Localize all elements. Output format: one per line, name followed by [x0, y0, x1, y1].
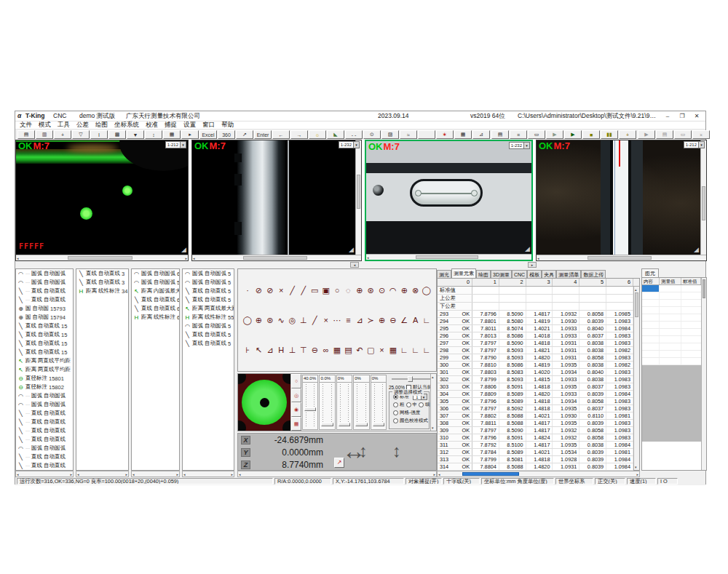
toolbar-button-wave[interactable]: ≈	[400, 130, 417, 139]
slider-thumb[interactable]	[304, 407, 316, 411]
element-row[interactable]	[642, 300, 706, 307]
splitter-collapse-button[interactable]: ▸	[528, 262, 537, 268]
tool-icon[interactable]: ∟	[399, 346, 409, 354]
toolbar-button-light[interactable]: ☼	[309, 130, 326, 139]
tool-icon[interactable]: ◠	[388, 286, 398, 295]
element-row[interactable]	[642, 314, 706, 322]
scroll-up-icon[interactable]: ▴	[432, 375, 434, 379]
list-item[interactable]: ╲直线自动直线15	[16, 339, 73, 348]
tool-icon[interactable]: ↶	[355, 346, 365, 354]
list-item[interactable]: ⊕圆自动圆15793	[16, 304, 73, 313]
tool-icon[interactable]: ⊘	[265, 286, 275, 295]
element-row[interactable]	[642, 336, 706, 343]
list-item[interactable]: H距离线性标注34	[76, 287, 128, 295]
toolbar-button-arrow-right[interactable]: →	[290, 130, 308, 139]
table-row[interactable]: 309OK7.87978.50901.48171.09320.80581.098…	[438, 427, 633, 434]
radio-color[interactable]	[393, 418, 398, 423]
tool-icon[interactable]: ◌	[343, 286, 353, 295]
scroll-down-icon[interactable]: ▾	[432, 426, 434, 430]
list-item[interactable]: ╲···直线自动直线	[16, 295, 73, 304]
toolbar-button-terrain[interactable]: ◣	[327, 130, 344, 139]
scroll-up-icon[interactable]: ▴	[635, 287, 637, 292]
light-slider[interactable]: 40.0%	[302, 375, 318, 430]
menu-item[interactable]: 坐标系统	[114, 121, 139, 129]
tool-icon[interactable]: ⊕	[253, 316, 264, 324]
menu-item[interactable]: 文件	[20, 121, 32, 129]
radio-medium[interactable]	[406, 402, 411, 407]
toolbar-button-excel-export[interactable]: Excel	[199, 130, 217, 139]
scroll-right-icon[interactable]: ▸	[185, 256, 187, 260]
toolbar-button-tools[interactable]: +	[619, 130, 636, 139]
camera-4-image[interactable]	[537, 140, 700, 255]
tool-icon[interactable]: ∠	[399, 316, 409, 324]
chevron-down-icon[interactable]: ▾	[698, 142, 704, 148]
list-item[interactable]: ╲直线自动直线3	[76, 278, 128, 287]
table-row[interactable]: 300OK7.88108.50861.48191.09350.80381.098…	[438, 362, 633, 369]
radio-standard[interactable]	[393, 394, 398, 399]
toolbar-button-probe[interactable]: ▽	[72, 130, 90, 139]
z-jog-icon[interactable]: ↕	[392, 437, 401, 466]
tool-icon[interactable]: ╱	[298, 286, 309, 295]
list-item[interactable]: ╲···直线自动直线	[16, 453, 73, 461]
list-item[interactable]: ╲···直线自动直线	[16, 461, 73, 470]
maximize-button[interactable]: ❐	[676, 111, 688, 121]
list-item[interactable]: ╲直线自动直线15	[16, 330, 73, 339]
list-item[interactable]: ◠圆弧自动圆弧5	[183, 278, 234, 287]
tool-icon[interactable]: ⊙	[377, 286, 387, 295]
list-item[interactable]: ↖距离两直线最大距	[183, 304, 234, 313]
list-item[interactable]: ↖距离内圆弧最大距	[132, 287, 179, 295]
scroll-left-icon[interactable]: ◂	[537, 256, 539, 260]
toolbar-button-autofocus[interactable]: ↕	[145, 130, 162, 139]
menu-item[interactable]: 校准	[146, 121, 158, 129]
toolbar-button-pointer[interactable]: ▸	[181, 130, 199, 139]
tool-icon[interactable]: ×	[377, 346, 387, 354]
tool-icon[interactable]: ∟	[422, 316, 432, 324]
list-item[interactable]: ╲直线自动直线5	[183, 339, 234, 348]
table-hscrollbar[interactable]: ◂ ▸	[437, 471, 640, 477]
resize-corner-icon[interactable]: ◢	[525, 245, 530, 252]
list-item[interactable]: ╲直线自动直线6	[132, 295, 179, 304]
toolbar-button-play-to-end[interactable]: ▶	[564, 130, 582, 139]
tool-icon[interactable]: ⊖	[388, 316, 398, 324]
toolbar-button-save-2[interactable]: ▤	[656, 130, 673, 139]
list-1-hscrollbar[interactable]: ◂▸	[15, 471, 74, 477]
table-row[interactable]: 306OK7.87978.50921.48181.09350.80371.098…	[438, 405, 633, 412]
radio-coarse[interactable]	[393, 402, 398, 407]
scroll-left-icon[interactable]: ◂	[438, 472, 440, 477]
list-item[interactable]: H距离线性标注66	[132, 313, 179, 322]
toolbar-button-blank[interactable]	[418, 130, 435, 139]
list-item[interactable]: ╲直线自动直线3	[76, 269, 128, 278]
camera-2-image[interactable]	[192, 140, 355, 255]
element-row[interactable]	[642, 329, 706, 336]
list-item[interactable]: ╲···直线自动直线	[16, 418, 73, 426]
table-row-special[interactable]: 上公差	[438, 295, 633, 303]
tool-icon[interactable]: ⊦	[242, 346, 253, 354]
scroll-left-icon[interactable]: ◂	[367, 255, 369, 260]
tool-icon[interactable]: ⊕	[355, 286, 365, 295]
grid-vscrollbar[interactable]: ▴ ▾	[633, 287, 639, 470]
chevron-down-icon[interactable]: ▾	[523, 143, 529, 148]
light-channel-button[interactable]: ◉	[291, 402, 301, 417]
camera-view-3-selected[interactable]: OKM:7 1-232 ▾ ◢ ◂	[365, 140, 533, 261]
chevron-down-icon[interactable]: ▾	[353, 142, 359, 148]
minimize-button[interactable]: –	[662, 111, 673, 121]
list-3-hscrollbar[interactable]: ◂▸	[131, 471, 180, 477]
camera-2-range-dropdown[interactable]: 1-232 ▾	[339, 141, 360, 148]
toolbar-button-stage-origin[interactable]: +	[54, 130, 71, 139]
table-row[interactable]: 297OK7.87978.50901.48181.09310.80381.098…	[438, 340, 633, 347]
scroll-right-icon[interactable]: ▸	[125, 472, 127, 477]
tool-icon[interactable]: ·	[242, 286, 253, 295]
camera-2-hscrollbar[interactable]: ◂	[192, 255, 361, 260]
scroll-right-icon[interactable]: ▸	[231, 472, 233, 477]
tool-icon[interactable]: ×	[321, 316, 331, 324]
list-item[interactable]: ╲直线自动直线6	[132, 304, 179, 313]
tab-6[interactable]: 夹具	[542, 270, 556, 278]
list-item[interactable]: H距离线性标注55	[183, 313, 234, 322]
tab-5[interactable]: 模板	[527, 270, 542, 278]
list-item[interactable]: ⊖直径标注15802	[16, 383, 73, 391]
toolbar-button-close-2[interactable]: ×	[692, 130, 710, 139]
toolbar-button-export-360[interactable]: 360	[218, 130, 235, 139]
toolbar-button-save-run[interactable]: ▤	[491, 130, 509, 139]
menu-item[interactable]: 捕捉	[165, 121, 177, 129]
slider-thumb[interactable]	[355, 423, 367, 426]
